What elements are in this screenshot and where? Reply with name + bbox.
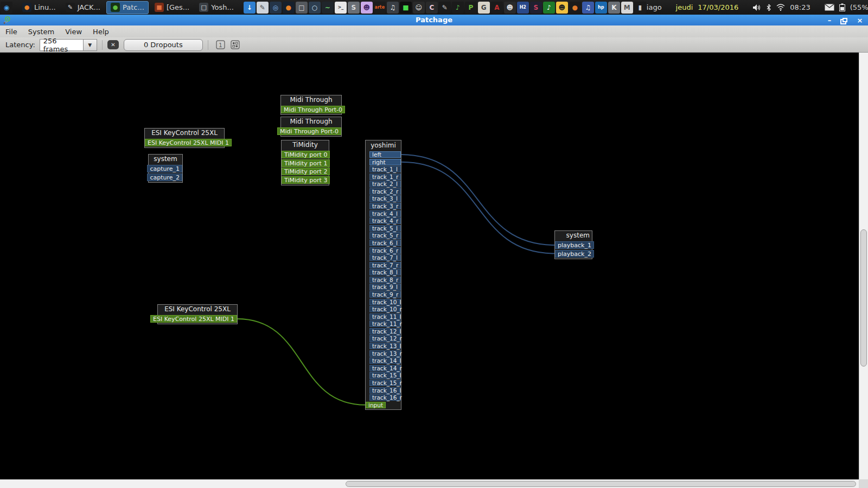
green-led-icon[interactable]: ■ (400, 2, 412, 14)
smiley-app-icon[interactable]: ☻ (361, 2, 373, 14)
port-track_2_l[interactable]: track_2_l (369, 181, 401, 187)
battery-icon[interactable] (839, 3, 845, 11)
node-yoshimi[interactable]: yoshimileftrighttrack_1_ltrack_1_rtrack_… (365, 140, 401, 410)
node-title[interactable]: Midi Through (281, 95, 341, 105)
port-timidity-port-1[interactable]: TiMidity port 1 (282, 159, 330, 167)
ardour-icon[interactable]: A (491, 2, 503, 14)
port-track_7_r[interactable]: track_7_r (369, 262, 401, 268)
gauge-icon[interactable]: G (478, 2, 490, 14)
port-track_9_l[interactable]: track_9_l (369, 284, 401, 290)
port-right[interactable]: right (369, 159, 401, 165)
puppet-icon[interactable]: ☺ (413, 2, 425, 14)
close-button[interactable]: × (856, 16, 864, 24)
taskbar-item-5[interactable]: □Yosh... (195, 1, 238, 14)
node-system-playback[interactable]: systemplayback_1playback_2 (554, 230, 592, 259)
latency-value[interactable]: 256 frames (40, 39, 83, 51)
port-esi-keycontrol-25xl-midi-1[interactable]: ESI KeyControl 25XL MIDI 1 (145, 139, 232, 146)
port-track_7_l[interactable]: track_7_l (369, 254, 401, 261)
horizontal-scrollbar[interactable] (0, 479, 859, 488)
taskbar-item-3[interactable]: ●Patc... (106, 1, 149, 14)
vertical-scrollbar-thumb[interactable] (860, 229, 867, 367)
xsane-icon[interactable]: S (348, 2, 360, 14)
camera-icon[interactable]: □ (296, 2, 308, 14)
connection-midi[interactable] (237, 319, 366, 405)
pencil-tool-icon[interactable]: ✎ (439, 2, 451, 14)
port-track_14_l[interactable]: track_14_l (369, 357, 401, 364)
port-playback_2[interactable]: playback_2 (555, 250, 594, 258)
port-track_14_r[interactable]: track_14_r (369, 365, 401, 371)
panel-date[interactable]: 17/03/2016 (698, 3, 738, 11)
node-title[interactable]: Midi Through (281, 117, 341, 126)
node-title[interactable]: ESI KeyControl 25XL (158, 305, 237, 314)
music-note-icon[interactable]: ♪ (452, 2, 464, 14)
panel-clock[interactable]: 08:23 (790, 3, 810, 11)
port-track_15_l[interactable]: track_15_l (369, 372, 401, 378)
port-track_1_l[interactable]: track_1_l (369, 166, 401, 172)
port-track_12_r[interactable]: track_12_r (369, 335, 401, 342)
port-track_3_l[interactable]: track_3_l (369, 195, 401, 202)
port-timidity-port-2[interactable]: TiMidity port 2 (282, 168, 330, 175)
port-track_3_r[interactable]: track_3_r (369, 203, 401, 209)
midi-keyboard-icon[interactable]: ♫ (387, 2, 399, 14)
port-track_11_r[interactable]: track_11_r (369, 320, 401, 327)
node-system-capture[interactable]: systemcapture_1capture_2 (148, 154, 183, 183)
port-playback_1[interactable]: playback_1 (555, 241, 594, 249)
node-title[interactable]: yoshimi (366, 140, 401, 150)
node-title[interactable]: system (555, 231, 592, 240)
minimize-button[interactable]: – (826, 16, 833, 24)
port-timidity-port-0[interactable]: TiMidity port 0 (282, 151, 330, 158)
menu-view[interactable]: View (60, 27, 87, 37)
port-track_2_r[interactable]: track_2_r (369, 188, 401, 195)
port-timidity-port-3[interactable]: TiMidity port 3 (282, 176, 330, 184)
port-midi-through-port-0[interactable]: Midi Through Port-0 (277, 127, 341, 135)
port-track_12_l[interactable]: track_12_l (369, 328, 401, 335)
patch-canvas[interactable]: Midi ThroughMidi Through Port-0Midi Thro… (0, 53, 859, 479)
taskbar-item-1[interactable]: ●Linu... (18, 1, 60, 14)
taskbar-item-4[interactable]: ■[Ges... (151, 1, 193, 14)
desktop-search-icon[interactable]: ○ (309, 2, 321, 14)
connection-audio[interactable] (401, 162, 555, 254)
port-track_13_l[interactable]: track_13_l (369, 343, 401, 349)
connection-audio[interactable] (401, 155, 555, 245)
node-title[interactable]: TiMidity (282, 140, 329, 150)
node-title[interactable]: system (149, 155, 182, 164)
latency-combobox[interactable]: 256 frames ▼ (40, 39, 97, 51)
port-track_9_r[interactable]: track_9_r (369, 291, 401, 298)
volume-icon[interactable] (752, 4, 761, 11)
port-track_11_l[interactable]: track_11_l (369, 313, 401, 320)
bluetooth-icon[interactable] (766, 4, 771, 11)
zoom-normal-button[interactable]: 1 (215, 40, 226, 50)
panel-weekday[interactable]: jeudi (676, 3, 693, 11)
taskbar-item-2[interactable]: ✎JACK... (62, 1, 104, 14)
drum-face-icon[interactable]: ☻ (504, 2, 516, 14)
cow-icon[interactable]: C (426, 2, 438, 14)
hp-logo-icon[interactable]: hp (595, 2, 607, 14)
port-track_1_r[interactable]: track_1_r (369, 174, 401, 180)
vertical-scrollbar[interactable] (859, 53, 868, 479)
port-track_15_r[interactable]: track_15_r (369, 380, 401, 386)
port-track_16_l[interactable]: track_16_l (369, 387, 401, 394)
port-track_4_l[interactable]: track_4_l (369, 210, 401, 217)
menu-system[interactable]: System (23, 27, 60, 37)
dropouts-button[interactable]: 0 Dropouts (124, 39, 203, 51)
port-track_16_r[interactable]: track_16_r (369, 394, 401, 401)
mouse-icon[interactable]: M (621, 2, 633, 14)
node-esi-keycontrol-1[interactable]: ESI KeyControl 25XLESI KeyControl 25XL M… (144, 128, 225, 148)
port-track_8_l[interactable]: track_8_l (369, 269, 401, 275)
text-editor-icon[interactable]: ✎ (257, 2, 269, 14)
port-input[interactable]: input (366, 402, 386, 408)
clear-dropouts-icon[interactable]: ✕ (107, 40, 119, 49)
port-track_10_l[interactable]: track_10_l (369, 299, 401, 305)
port-track_5_r[interactable]: track_5_r (369, 232, 401, 239)
snd-icon[interactable]: S (530, 2, 542, 14)
software-update-icon[interactable]: ↓ (244, 2, 256, 14)
input-devices-icon[interactable]: K (608, 2, 620, 14)
window-titlebar[interactable]: Patchage – × (0, 15, 868, 25)
vmpk-piano-icon[interactable]: ♫ (582, 2, 594, 14)
zoom-fit-button[interactable] (229, 40, 241, 50)
node-timidity[interactable]: TiMidityTiMidity port 0TiMidity port 1Ti… (281, 140, 329, 185)
node-midi-through-1[interactable]: Midi ThroughMidi Through Port-0 (280, 95, 342, 115)
mail-icon[interactable] (825, 4, 834, 11)
penguin-icon[interactable]: ☻ (556, 2, 568, 14)
port-track_8_r[interactable]: track_8_r (369, 277, 401, 283)
